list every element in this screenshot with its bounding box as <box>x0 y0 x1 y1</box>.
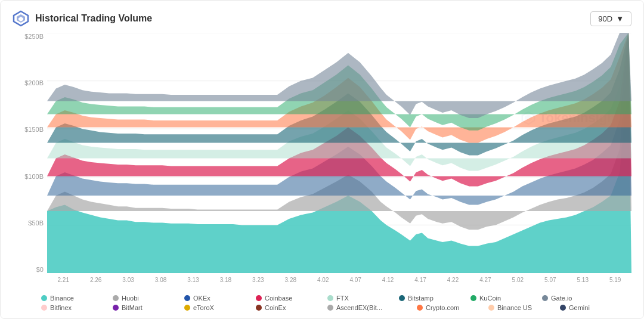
x-label-11: 4.12 <box>371 277 404 283</box>
bitmart-label: BitMart <box>122 304 143 311</box>
x-label-12: 4.17 <box>404 277 436 283</box>
x-label-16: 5.07 <box>534 277 566 283</box>
legend-coinbase: Coinbase <box>256 295 327 302</box>
legend-huobi: Huobi <box>113 295 184 302</box>
y-label-250: $250B <box>24 33 44 40</box>
bitmart-dot <box>113 305 119 311</box>
binance-label: Binance <box>50 295 74 302</box>
y-axis: $250B $200B $150B $100B $50B $0 <box>18 33 47 273</box>
y-label-100: $100B <box>24 173 44 180</box>
legend-kucoin: KuCoin <box>470 295 542 302</box>
ascendex-label: AscendEX(Bit... <box>336 304 382 311</box>
cryptocom-dot <box>417 305 423 311</box>
legend-okex: OKEx <box>184 295 256 302</box>
logo-icon <box>13 10 29 27</box>
coinex-label: CoinEx <box>265 304 286 311</box>
header: Historical Trading Volume 90D ▼ <box>13 10 631 27</box>
x-label-8: 3.28 <box>274 277 306 283</box>
gateio-label: Gate.io <box>551 295 572 302</box>
bitstamp-label: Bitstamp <box>408 295 434 302</box>
okex-dot <box>184 295 190 301</box>
page-title: Historical Trading Volume <box>35 13 152 24</box>
x-label-2: 2.26 <box>79 277 112 283</box>
huobi-dot <box>113 295 119 301</box>
coinbase-dot <box>256 295 262 301</box>
legend-etorox: eToroX <box>184 304 256 311</box>
binance-dot <box>41 295 47 301</box>
x-label-4: 3.08 <box>144 277 177 283</box>
x-label-15: 5.02 <box>501 277 534 283</box>
bitfinex-dot <box>41 305 47 311</box>
x-label-1: 2.21 <box>47 277 79 283</box>
legend-row-2: Bitfinex BitMart eToroX CoinEx AscendEX(… <box>41 304 631 311</box>
ascendex-dot <box>327 305 333 311</box>
bitstamp-dot <box>399 295 405 301</box>
etorox-label: eToroX <box>193 304 214 311</box>
chart-svg <box>47 33 631 273</box>
ftx-label: FTX <box>336 295 349 302</box>
legend-bitfinex: Bitfinex <box>41 304 113 311</box>
legend-row-1: Binance Huobi OKEx Coinbase FTX Bitstamp <box>41 295 631 302</box>
kucoin-label: KuCoin <box>479 295 501 302</box>
binanceus-label: Binance US <box>497 304 532 311</box>
x-label-3: 3.03 <box>112 277 144 283</box>
x-label-13: 4.22 <box>436 277 469 283</box>
bitfinex-label: Bitfinex <box>50 304 72 311</box>
legend-binanceus: Binance US <box>488 304 560 311</box>
y-label-50: $50B <box>28 219 44 227</box>
legend-ascendex: AscendEX(Bit... <box>327 304 417 311</box>
y-label-150: $150B <box>24 126 44 133</box>
gemini-dot <box>560 305 566 311</box>
legend-bitmart: BitMart <box>113 304 184 311</box>
chart-area: $250B $200B $150B $100B $50B $0 TokenIns… <box>18 33 631 291</box>
coinbase-label: Coinbase <box>265 295 292 302</box>
x-axis: 2.21 2.26 3.03 3.08 3.13 3.18 3.23 3.28 … <box>47 274 631 291</box>
legend-gemini: Gemini <box>560 304 631 311</box>
gateio-dot <box>542 295 548 301</box>
legend-cryptocom: Crypto.com <box>417 304 488 311</box>
header-left: Historical Trading Volume <box>13 10 152 27</box>
x-label-9: 4.02 <box>307 277 339 283</box>
legend-gateio: Gate.io <box>542 295 614 302</box>
legend-binance: Binance <box>41 295 113 302</box>
kucoin-dot <box>470 295 476 301</box>
legend-area: Binance Huobi OKEx Coinbase FTX Bitstamp <box>13 295 631 311</box>
chart-inner <box>47 33 631 273</box>
x-label-14: 4.27 <box>469 277 501 283</box>
x-label-6: 3.18 <box>209 277 242 283</box>
legend-bitstamp: Bitstamp <box>399 295 470 302</box>
legend-coinex: CoinEx <box>256 304 327 311</box>
x-label-7: 3.23 <box>242 277 274 283</box>
x-label-17: 5.13 <box>566 277 599 283</box>
binanceus-dot <box>488 305 494 311</box>
main-container: Historical Trading Volume 90D ▼ $250B $2… <box>0 0 644 319</box>
chevron-down-icon: ▼ <box>616 14 624 23</box>
okex-label: OKEx <box>193 295 210 302</box>
ftx-dot <box>327 295 333 301</box>
x-label-10: 4.07 <box>339 277 371 283</box>
x-label-18: 5.19 <box>599 277 631 283</box>
etorox-dot <box>184 305 190 311</box>
y-label-0: $0 <box>36 266 44 273</box>
y-label-200: $200B <box>24 79 44 86</box>
huobi-label: Huobi <box>122 295 139 302</box>
cryptocom-label: Crypto.com <box>426 304 459 311</box>
period-label: 90D <box>598 14 612 23</box>
coinex-dot <box>256 305 262 311</box>
gemini-label: Gemini <box>569 304 590 311</box>
period-button[interactable]: 90D ▼ <box>590 11 631 26</box>
x-label-5: 3.13 <box>177 277 209 283</box>
legend-ftx: FTX <box>327 295 399 302</box>
